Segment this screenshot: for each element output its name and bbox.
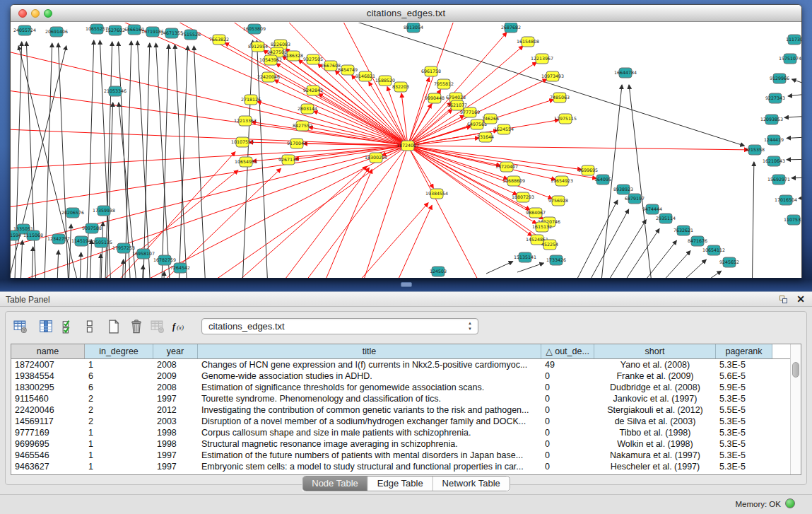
graph-node[interactable]: 10654935	[235, 157, 257, 167]
function-builder-button[interactable]: f (x)	[171, 317, 189, 336]
graph-node[interactable]: 1624554	[494, 124, 514, 134]
graph-node[interactable]: 9327505	[303, 54, 323, 64]
graph-node[interactable]: 9990448	[425, 93, 445, 103]
table-row[interactable]: 1456911722003Disruption of a novel membe…	[11, 416, 790, 427]
select-all-rows-button[interactable]	[59, 317, 78, 336]
graph-node[interactable]: 16644784	[614, 68, 637, 78]
graph-node[interactable]: 746266	[482, 114, 499, 124]
table-row[interactable]: 2242004622012Investigating the contribut…	[11, 404, 790, 416]
column-header-in_degree[interactable]: in_degree	[85, 344, 153, 358]
clear-row-selection-button[interactable]	[81, 317, 99, 336]
tab-network-table[interactable]: Network Table	[433, 477, 510, 491]
graph-node[interactable]: 2935114	[656, 214, 676, 223]
graph-area[interactable]: 2405572420691406106552571527602646616010…	[11, 23, 801, 278]
table-row[interactable]: 1872400712008Changes of HCN gene express…	[11, 359, 790, 370]
table-row[interactable]: 1938455462009Genome-wide association stu…	[11, 370, 790, 382]
column-header-name[interactable]: name	[11, 344, 85, 358]
tab-edge-table[interactable]: Edge Table	[367, 477, 433, 491]
graph-node[interactable]: 10107553	[231, 137, 254, 147]
column-header-title[interactable]: title	[198, 344, 541, 358]
table-row[interactable]: 1830029562008Estimation of significance …	[11, 382, 790, 393]
graph-node[interactable]: 19654923	[551, 176, 573, 186]
graph-node[interactable]: 7515526	[181, 30, 201, 40]
graph-node[interactable]: 6961758	[421, 66, 441, 76]
graph-node[interactable]: 16958107	[132, 249, 155, 259]
table-row[interactable]: 977716911998Corpus callosum shape and si…	[11, 427, 790, 438]
graph-node[interactable]: 20206576	[61, 208, 84, 218]
graph-node[interactable]: 10654112	[702, 245, 725, 255]
graph-node[interactable]: 12975115	[554, 114, 577, 124]
graph-node[interactable]: 16782759	[153, 255, 176, 265]
splitter-handle[interactable]	[401, 282, 412, 287]
graph-node[interactable]: 391594	[11, 230, 21, 240]
graph-node[interactable]: 12213967	[531, 54, 553, 64]
tab-node-table[interactable]: Node Table	[302, 477, 367, 491]
graph-node[interactable]: 1615132	[532, 222, 552, 232]
graph-node[interactable]: 18807293	[512, 192, 534, 202]
graph-node[interactable]: 832203	[392, 82, 409, 92]
graph-node[interactable]: 1733426	[546, 255, 566, 265]
graph-node[interactable]: 9146821	[355, 71, 375, 81]
graph-node[interactable]: 124503	[430, 267, 447, 276]
graph-node[interactable]: 7663822	[209, 35, 229, 45]
graph-node[interactable]: 14671355	[160, 28, 183, 38]
graph-node[interactable]: 7632621	[673, 226, 693, 235]
float-panel-icon[interactable]	[779, 296, 788, 304]
graph-node[interactable]: 9227343	[765, 93, 785, 103]
graph-node[interactable]: 15751074	[779, 54, 801, 64]
graph-node[interactable]: 1527602	[105, 25, 125, 35]
graph-node[interactable]: 8471676	[688, 236, 707, 246]
scrollbar-thumb[interactable]	[792, 362, 799, 378]
graph-node[interactable]: 111730	[786, 35, 801, 45]
graph-node[interactable]: 8938923	[613, 185, 633, 194]
table-row[interactable]: 969969511998Structural magnetic resonanc…	[11, 438, 790, 450]
graph-node[interactable]: 8427552	[293, 121, 312, 131]
create-column-button[interactable]	[105, 317, 123, 336]
graph-node[interactable]: 1244419	[764, 135, 784, 145]
graph-node[interactable]: 9097588	[82, 223, 102, 233]
column-header-pagerank[interactable]: pagerank	[716, 344, 772, 358]
close-panel-icon[interactable]: ✕	[796, 293, 805, 305]
network-window[interactable]: citations_edges.txt 24055724206914061065…	[10, 4, 802, 278]
graph-node[interactable]: 18300295	[365, 153, 387, 163]
graph-node[interactable]: 10688609	[502, 176, 525, 186]
graph-node[interactable]: 21053346	[104, 86, 126, 96]
graph-node[interactable]: 20691406	[45, 27, 68, 37]
graph-node[interactable]: 7485063	[550, 93, 570, 103]
graph-node[interactable]: 24055724	[13, 25, 36, 35]
graph-node[interactable]: 16210643	[763, 156, 785, 166]
graph-node[interactable]: 9756928	[548, 196, 568, 206]
table-row[interactable]: 911546021997Tourette syndrome. Phenomeno…	[11, 393, 790, 404]
graph-node[interactable]: 231644	[477, 132, 494, 142]
graph-node[interactable]: 164095	[594, 175, 611, 185]
graph-node[interactable]: 8912954	[248, 42, 268, 52]
graph-node[interactable]: 2687682	[501, 23, 521, 33]
table-row[interactable]: 946362711997Embryonic stem cells: a mode…	[11, 461, 790, 472]
import-table-button[interactable]	[148, 317, 167, 336]
column-header-short[interactable]: short	[594, 344, 716, 358]
graph-node[interactable]: 15135141	[514, 252, 536, 262]
graph-node[interactable]: 9242845	[303, 86, 323, 95]
graph-node[interactable]: 12093853	[760, 115, 783, 124]
graph-node[interactable]: 452254	[541, 240, 558, 250]
graph-node[interactable]: 19384554	[425, 189, 448, 199]
graph-node[interactable]: 8215358	[745, 145, 765, 155]
select-columns-button[interactable]	[37, 317, 55, 336]
graph-node[interactable]: 17016504	[775, 195, 797, 205]
graph-node[interactable]: 16154808	[517, 37, 539, 47]
table-settings-button[interactable]	[11, 317, 30, 336]
graph-node[interactable]: 2718126	[241, 95, 261, 105]
delete-columns-button[interactable]	[127, 317, 146, 336]
graph-node[interactable]: 22420046	[257, 72, 280, 82]
graph-node[interactable]: 16053809	[243, 24, 266, 34]
graph-node[interactable]: 1107533	[784, 215, 801, 225]
window-titlebar[interactable]: citations_edges.txt	[11, 5, 801, 22]
table-selector-dropdown[interactable]: citations_edges.txt ▲▼	[201, 318, 478, 334]
graph-node[interactable]: 9245652	[719, 257, 739, 267]
graph-node[interactable]: 17359938	[93, 206, 115, 216]
graph-node[interactable]: 8813054	[404, 23, 423, 33]
graph-node[interactable]: 6879197	[625, 194, 645, 204]
column-header-year[interactable]: year	[153, 344, 198, 358]
table-row[interactable]: 946554611997Estimation of the future num…	[11, 450, 790, 461]
graph-node[interactable]: 10543962	[259, 55, 282, 65]
